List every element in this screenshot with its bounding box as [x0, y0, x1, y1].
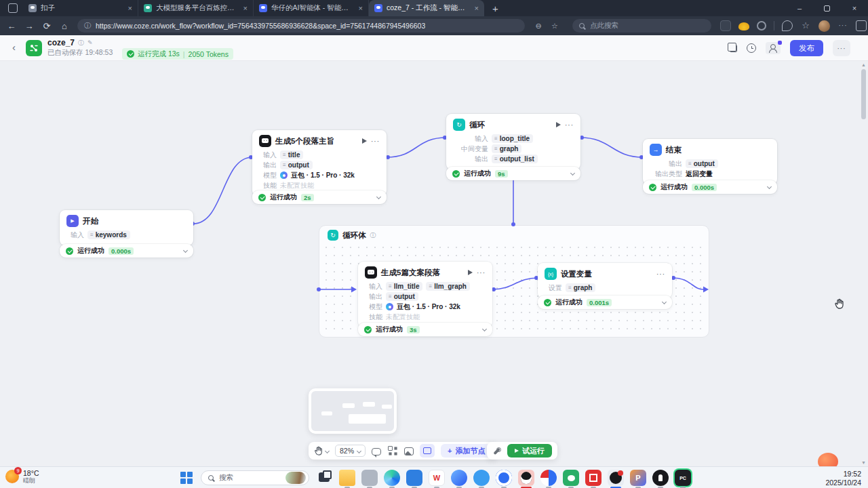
publish-button[interactable]: 发布 — [790, 40, 823, 56]
canvas-minimap[interactable] — [309, 388, 397, 434]
tab-close-icon[interactable]: × — [475, 4, 479, 12]
extension-icon-paw[interactable] — [738, 22, 749, 30]
chevron-down-icon[interactable] — [767, 184, 772, 188]
weather-widget[interactable]: 9 18°C 晴朗 — [5, 469, 39, 484]
bookmark-star-icon[interactable]: ☆ — [547, 22, 563, 30]
scrollbar-thumb[interactable] — [861, 69, 866, 119]
zoom-page-icon[interactable]: ⊖ — [530, 22, 547, 30]
node-gen-outline-status[interactable]: 运行成功 2s — [252, 190, 387, 204]
wechat-icon[interactable] — [563, 470, 579, 486]
tab-agent[interactable]: 华仔的AI智能体 - 智能体 - 扣子 × — [254, 0, 369, 16]
chevron-down-icon[interactable] — [662, 299, 667, 304]
quark-icon[interactable] — [451, 470, 467, 486]
tab-kouzi[interactable]: 扣子 × — [23, 0, 138, 16]
test-run-button[interactable]: 试运行 — [507, 444, 552, 458]
microsoft-store-icon[interactable] — [406, 470, 422, 486]
p-app-icon[interactable]: P — [630, 470, 646, 486]
node-end[interactable]: → 结束 输出 ≡output 输出类型 返回变量 — [643, 139, 777, 184]
taskbar-search-box[interactable]: 搜索 — [201, 470, 309, 485]
node-more-icon[interactable]: ··· — [656, 270, 665, 278]
nav-back-icon[interactable]: ← — [3, 21, 20, 31]
run-result-badge[interactable]: 运行完成 13s | 2050 Tokens — [122, 48, 233, 60]
node-gen-paragraphs-status[interactable]: 运行成功 3s — [358, 323, 492, 336]
frame-tool-button[interactable] — [420, 444, 435, 458]
start-button[interactable] — [180, 472, 193, 484]
edit-icon[interactable]: ✎ — [87, 39, 93, 46]
task-view-button[interactable] — [319, 472, 330, 482]
tab-close-icon[interactable]: × — [359, 4, 363, 12]
node-end-status[interactable]: 运行成功 0.000s — [643, 180, 777, 194]
add-node-button[interactable]: + 添加节点 — [441, 444, 492, 458]
history-icon[interactable] — [747, 43, 756, 53]
tab-close-icon[interactable]: × — [128, 4, 132, 12]
taskbar-clock[interactable]: 19:52 2025/10/24 — [825, 470, 861, 487]
window-minimize-button[interactable]: – — [786, 4, 813, 12]
collaborators-icon[interactable] — [766, 42, 781, 54]
nav-forward-icon[interactable]: → — [20, 21, 38, 31]
keyhole-app-icon[interactable] — [652, 470, 669, 486]
window-restore-button[interactable] — [824, 5, 830, 12]
extension-icon-ring[interactable] — [757, 21, 766, 30]
extension-icon-dark[interactable] — [720, 20, 731, 31]
thunder-icon[interactable] — [473, 470, 490, 486]
node-gen-outline[interactable]: 生成5个段落主旨 ··· 输入 ≡title 输出 ≡output 模型 豆包 … — [252, 130, 387, 196]
node-loop[interactable]: ↻ 循环 ··· 输入 ≡loop_title 中间变量 ≡graph 输出 ≡… — [446, 114, 580, 169]
favorites-list-icon[interactable]: ☆ — [800, 20, 811, 31]
node-start-status[interactable]: 运行成功 0.000s — [60, 244, 193, 258]
browser-more-icon[interactable]: ··· — [837, 20, 848, 31]
quick-search-box[interactable]: 点此搜索 — [572, 19, 711, 33]
window-close-button[interactable]: × — [841, 4, 868, 12]
info-icon[interactable]: ⓘ — [78, 39, 84, 47]
nav-home-icon[interactable]: ⌂ — [56, 21, 73, 31]
auto-layout-icon[interactable] — [387, 445, 398, 456]
site-info-icon[interactable]: ⓘ — [84, 21, 91, 30]
duplicate-icon[interactable] — [730, 45, 737, 52]
comment-tool-icon[interactable] — [372, 448, 381, 455]
remote-device-icon[interactable] — [361, 470, 378, 486]
chevron-down-icon[interactable] — [376, 194, 381, 199]
workflow-canvas[interactable]: ↻ 循环体 ⓘ — [0, 61, 868, 466]
node-loop-status[interactable]: 运行成功 9s — [446, 167, 580, 180]
run-node-icon[interactable] — [556, 122, 561, 127]
qq-icon[interactable] — [518, 470, 534, 486]
node-more-icon[interactable]: ··· — [565, 121, 574, 129]
address-bar[interactable]: ⓘ https://www.coze.cn/work_flow?workflow… — [77, 19, 525, 33]
extension-icon-note[interactable] — [782, 20, 793, 31]
nav-reload-icon[interactable]: ⟳ — [38, 21, 56, 31]
wps-icon[interactable]: W — [429, 470, 445, 486]
red-app-icon[interactable] — [585, 470, 601, 486]
node-set-variable[interactable]: {x} 设置变量 ··· 设置 ≡graph — [538, 263, 672, 298]
back-button[interactable]: ‹ — [12, 41, 16, 53]
chevron-down-icon[interactable] — [570, 170, 575, 175]
node-gen-paragraphs[interactable]: 生成5篇文案段落 ··· 输入 ≡llm_title ≡llm_graph 输出… — [358, 262, 492, 327]
edge-browser-icon[interactable] — [384, 470, 400, 486]
vertical-scrollbar[interactable]: ▲ ▼ — [860, 61, 867, 466]
tab-bailian[interactable]: 大模型服务平台百炼控制台 × — [138, 0, 254, 16]
node-more-icon[interactable]: ··· — [477, 269, 486, 277]
scroll-down-icon[interactable]: ▼ — [861, 460, 866, 465]
tab-close-icon[interactable]: × — [243, 4, 248, 12]
run-node-icon[interactable] — [362, 138, 367, 144]
blue-ring-app-icon[interactable] — [496, 470, 512, 486]
tab-workflow-active[interactable]: coze_7 - 工作流 - 智能体平台 × — [369, 0, 484, 16]
baidu-netdisk-icon[interactable] — [540, 470, 557, 486]
export-image-icon[interactable] — [404, 447, 414, 455]
header-more-button[interactable]: ··· — [833, 40, 850, 56]
chevron-down-icon[interactable] — [183, 247, 188, 252]
scroll-up-icon[interactable]: ▲ — [861, 62, 866, 67]
browser-avatar[interactable] — [818, 20, 830, 32]
pycharm-icon[interactable]: PC — [675, 470, 691, 486]
new-tab-button[interactable]: + — [484, 3, 507, 14]
run-node-icon[interactable] — [468, 270, 473, 275]
browser-profile-icon[interactable] — [8, 3, 18, 13]
node-set-variable-status[interactable]: 运行成功 0.001s — [538, 296, 672, 309]
pan-tool-button[interactable] — [314, 446, 329, 455]
node-more-icon[interactable]: ··· — [371, 138, 380, 145]
sidebar-toggle-icon[interactable] — [856, 20, 867, 31]
debug-tools-icon[interactable] — [492, 447, 501, 455]
file-explorer-icon[interactable] — [339, 470, 355, 486]
zoom-level-select[interactable]: 82% — [335, 445, 366, 457]
chevron-down-icon[interactable] — [482, 326, 487, 331]
node-start[interactable]: ▶ 开始 输入 ≡keywords — [60, 210, 193, 245]
obs-icon[interactable] — [608, 470, 624, 486]
